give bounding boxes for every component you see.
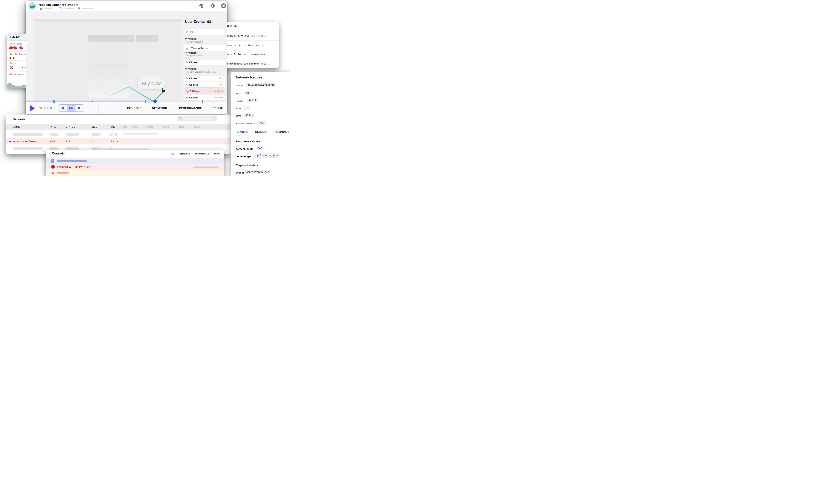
- content-type-label: content-type: [236, 155, 251, 158]
- console-tab-errors[interactable]: ERRORS: [179, 152, 190, 155]
- console-info-row[interactable]: i: [46, 158, 224, 164]
- network-search-input[interactable]: [177, 116, 217, 121]
- click-hand-icon: [186, 61, 188, 64]
- accept-label: accept: [236, 171, 244, 174]
- field-type-label: Type: [236, 92, 241, 95]
- replay-browser-window: rebecca@openreplay.com: [26, 1, 227, 114]
- console-tab-info[interactable]: INFO: [214, 152, 220, 155]
- request-time: 119 ms: [109, 140, 118, 143]
- network-request-title: Network Request: [236, 75, 264, 80]
- timeline-console-marker[interactable]: “: [128, 99, 130, 103]
- col-name[interactable]: NAME: [13, 126, 20, 128]
- skip-forward-icon: [78, 107, 82, 109]
- skip-back-icon: [61, 107, 64, 109]
- page-skeleton-block: [88, 52, 127, 59]
- error-skeleton: [193, 167, 219, 168]
- timeline-event-tick[interactable]: [142, 101, 142, 102]
- errors-label: Errors: [9, 62, 17, 65]
- tab-headers[interactable]: HEADERS: [236, 131, 248, 133]
- clicked-label: Clicked: [189, 77, 198, 80]
- timeline-page-marker[interactable]: [201, 100, 203, 103]
- col-size[interactable]: SIZE: [91, 126, 97, 128]
- tab-request[interactable]: REQUEST: [255, 131, 268, 133]
- request-size: --: [91, 140, 93, 143]
- timeline-page-marker[interactable]: [53, 100, 55, 103]
- player-timeline[interactable]: “: [26, 101, 227, 102]
- console-devtools-panel: Console ALL ERRORS WARNINGS INFO i ! eco…: [46, 150, 224, 176]
- skip-interval-label[interactable]: 10s: [67, 105, 75, 111]
- info-icon: i: [51, 159, 54, 163]
- slack-icon[interactable]: [199, 3, 204, 8]
- console-tab-all[interactable]: ALL: [169, 152, 174, 155]
- skip-forward-button[interactable]: [75, 105, 84, 111]
- warning-skeleton: [57, 172, 69, 174]
- performance-label: Performance: [9, 73, 24, 76]
- ms-label: 50ms: [194, 126, 200, 128]
- time-to-render-card[interactable]: Time to Render: [184, 45, 225, 51]
- user-events-panel: User Events 62 Filter Visited /category/…: [182, 12, 227, 101]
- tab-network[interactable]: NETWORK: [152, 106, 167, 110]
- rage-face-icons[interactable]: [9, 46, 23, 50]
- user-events-count: 62: [207, 20, 211, 24]
- event-visited-3[interactable]: Visited: [188, 67, 197, 70]
- accept-value: application/json: [245, 170, 271, 174]
- github-icon[interactable]: [221, 3, 226, 8]
- col-time[interactable]: TIME: [109, 126, 115, 128]
- network-error-dot[interactable]: [9, 57, 11, 59]
- timeline-played-segment: [26, 101, 155, 102]
- integration-message-value: Non—Error...: [251, 35, 268, 37]
- jira-icon[interactable]: [210, 3, 215, 8]
- click-rage-label: Click Rage: [9, 42, 22, 45]
- console-error-row[interactable]: ! ecom.xyz/a213qh.js:123987: [46, 164, 224, 170]
- event-visited-1[interactable]: Visited: [188, 38, 197, 40]
- ms-label: 0ms: [123, 126, 127, 128]
- tab-console[interactable]: CONSOLE: [127, 106, 142, 110]
- play-button[interactable]: [30, 105, 35, 111]
- event-visited-2[interactable]: Visited: [188, 51, 197, 54]
- field-time-value: 119ms: [244, 113, 255, 117]
- playhead-handle[interactable]: [153, 100, 157, 103]
- ms-label: 20ms: [147, 126, 153, 128]
- page-skeleton-toolbar: [34, 19, 182, 22]
- tab-performance[interactable]: PERFORMANCE: [179, 106, 202, 110]
- time-display: 0:00 / 0:00: [38, 106, 52, 110]
- timeline-event-tick[interactable]: [92, 101, 93, 102]
- page-skeleton-block: [88, 35, 134, 42]
- skip-control: 10s: [58, 104, 84, 112]
- field-method-label: Request Method: [236, 122, 255, 125]
- event-clicked-size-card[interactable]: Clicked Size: [184, 75, 225, 81]
- col-type[interactable]: TYPE: [49, 126, 56, 128]
- timeline-page-marker[interactable]: [145, 100, 147, 103]
- rhino-icon: [28, 2, 36, 10]
- network-devtools-panel: Network NAME TYPE STATUS SIZE TIME 0ms 1…: [6, 114, 231, 154]
- visited-icon: [184, 51, 187, 54]
- page-skeleton-block: [136, 35, 158, 42]
- skip-back-button[interactable]: [58, 105, 67, 111]
- network-error-dot[interactable]: [13, 57, 15, 59]
- timeline-event-tick[interactable]: [48, 101, 48, 102]
- console-error-text: ecom.xyz/a213qh.js:123987: [57, 166, 91, 169]
- console-warning-row[interactable]: [46, 170, 224, 176]
- timeline-event-tick[interactable]: [59, 101, 59, 102]
- rage-clicks-card[interactable]: 3 Clicks Quantity +: [184, 88, 225, 94]
- visited-icon: [184, 38, 187, 40]
- status-code: 422: [252, 99, 256, 102]
- events-filter-input[interactable]: Filter: [184, 29, 224, 35]
- tab-redux[interactable]: REDUX: [213, 106, 223, 110]
- col-status[interactable]: STATUS: [65, 126, 75, 128]
- content-length-label: content-length: [236, 148, 254, 150]
- ms-label: 10ms: [132, 126, 138, 128]
- event-clicked-card[interactable]: Clicked: [184, 60, 225, 65]
- event-clicked-buynow-card[interactable]: Clicked Buy Now: [184, 95, 225, 100]
- console-tab-warnings[interactable]: WARNINGS: [195, 152, 209, 155]
- rhino-avatar: [28, 2, 36, 10]
- click-target-quantity: Quantity +: [213, 90, 223, 92]
- rage-face-icon: [186, 90, 189, 93]
- network-error-row[interactable]: api.ecom.xyz/search XHR 422 -- 119 ms: [6, 138, 231, 145]
- tab-response[interactable]: RESPONSE: [275, 131, 289, 133]
- request-status: 422: [65, 140, 70, 143]
- field-method-value: POST: [257, 120, 266, 125]
- field-name-value: api.ecom.xyz/search: [246, 83, 276, 87]
- event-clicked-color-card[interactable]: Clicked Color: [184, 82, 225, 87]
- search-icon: [179, 117, 181, 120]
